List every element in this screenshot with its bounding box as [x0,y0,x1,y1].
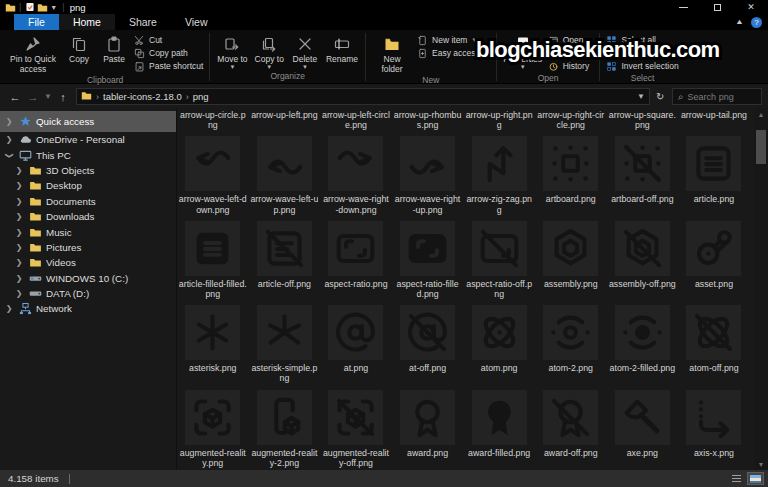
file-thumbnail[interactable] [400,221,455,276]
chevron-right-icon[interactable]: ❯ [14,258,24,267]
qat-customize-chevron-icon[interactable]: ▼ [50,4,57,11]
file-thumbnail[interactable] [472,221,527,276]
file-thumbnail[interactable] [615,390,670,445]
chevron-right-icon[interactable]: ❯ [4,304,14,313]
rename-button[interactable]: Rename [323,33,361,70]
sidebar-item-downloads[interactable]: ❯Downloads [0,209,176,224]
file-thumbnail[interactable] [257,390,312,445]
file-item[interactable]: atom-2-filled.png [607,299,679,383]
file-thumbnail[interactable] [686,390,741,445]
search-box[interactable]: ⌕ Search png [672,88,762,105]
file-item[interactable]: award-filled.png [463,384,535,468]
sidebar-item-this-pc[interactable]: ❯This PC [0,147,176,162]
file-thumbnail[interactable] [543,305,598,360]
file-item[interactable]: arrow-up-tail.png [678,110,750,130]
collapse-ribbon-icon[interactable]: ▲ [735,18,744,26]
file-item[interactable]: arrow-wave-left-down.png [177,130,249,214]
file-item[interactable]: aspect-ratio-filled.png [392,215,464,299]
close-button[interactable]: ✕ [734,0,768,14]
file-thumbnail[interactable] [328,221,383,276]
scroll-down-icon[interactable]: ▼ [754,458,768,470]
sidebar-item-videos[interactable]: ❯Videos [0,255,176,270]
file-item[interactable]: artboard.png [535,130,607,214]
file-thumbnail[interactable] [257,136,312,191]
chevron-right-icon[interactable]: ❯ [14,243,24,252]
file-thumbnail[interactable] [543,136,598,191]
vertical-scrollbar[interactable]: ▲ ▼ [754,108,768,470]
qat-properties-icon[interactable] [24,1,36,13]
address-field[interactable]: ›tabler-icons-2.18.0›png ▼ [76,88,650,105]
tab-share[interactable]: Share [115,14,171,30]
file-thumbnail[interactable] [328,390,383,445]
file-item[interactable]: augmented-reality.png [177,384,249,468]
tab-home[interactable]: Home [59,14,115,30]
file-thumbnail[interactable] [185,305,240,360]
file-thumbnail[interactable] [257,221,312,276]
paste-button[interactable]: Paste [97,33,131,74]
file-item[interactable]: assembly-off.png [607,215,679,299]
sidebar-item-music[interactable]: ❯Music [0,224,176,239]
thumbnail-view-button[interactable] [747,472,764,485]
file-item[interactable]: asterisk-simple.png [249,299,321,383]
paste-shortcut-button[interactable]: Paste shortcut [132,60,205,72]
chevron-right-icon[interactable]: ❯ [14,181,24,190]
sidebar-item-desktop[interactable]: ❯Desktop [0,178,176,193]
details-view-button[interactable] [728,472,745,485]
file-thumbnail[interactable] [185,390,240,445]
delete-button[interactable]: Delete▼ [288,33,322,70]
chevron-right-icon[interactable]: ❯ [14,289,24,298]
sidebar-item-3d-objects[interactable]: ❯3D Objects [0,163,176,178]
file-item[interactable]: assembly.png [535,215,607,299]
sidebar-item-pictures[interactable]: ❯Pictures [0,240,176,255]
refresh-icon[interactable]: ↻ [650,90,668,103]
qat-new-folder-icon[interactable] [36,1,48,13]
file-item[interactable]: arrow-up-left.png [249,110,321,130]
file-thumbnail[interactable] [615,136,670,191]
file-thumbnail[interactable] [543,390,598,445]
file-thumbnail[interactable] [686,305,741,360]
sidebar-item-quick-access[interactable]: ❯Quick access [0,111,176,132]
file-thumbnail[interactable] [185,136,240,191]
recent-locations-chevron-icon[interactable]: ▼ [42,92,54,101]
file-item[interactable]: asset.png [678,215,750,299]
address-dropdown-chevron-icon[interactable]: ▼ [637,92,645,101]
tab-view[interactable]: View [171,14,222,30]
file-item[interactable]: article.png [678,130,750,214]
sidebar-item-network[interactable]: ❯Network [0,301,176,316]
up-button[interactable]: ↑ [54,91,72,103]
sidebar-item-onedrive-personal[interactable]: ❯OneDrive - Personal [0,132,176,147]
file-item[interactable]: arrow-zig-zag.png [463,130,535,214]
file-item[interactable]: axe.png [607,384,679,468]
file-item[interactable]: at-off.png [392,299,464,383]
file-item[interactable]: article-off.png [249,215,321,299]
file-thumbnail[interactable] [328,136,383,191]
chevron-right-icon[interactable]: ❯ [14,166,24,175]
copy-to-button[interactable]: Copy to▼ [252,33,287,70]
file-item[interactable]: arrow-up-circle.png [177,110,249,130]
file-item[interactable]: arrow-wave-right-up.png [392,130,464,214]
chevron-right-icon[interactable]: ❯ [4,117,14,126]
file-item[interactable]: artboard-off.png [607,130,679,214]
scrollbar-thumb[interactable] [756,130,766,164]
chevron-right-icon[interactable]: ❯ [14,197,24,206]
file-item[interactable]: atom-2.png [535,299,607,383]
crumb-png[interactable]: png [193,91,209,102]
help-icon[interactable]: ? [751,17,762,28]
file-item[interactable]: atom-off.png [678,299,750,383]
forward-button[interactable]: → [24,91,42,103]
file-thumbnail[interactable] [472,136,527,191]
file-item[interactable]: arrow-up-square.png [607,110,679,130]
file-item[interactable]: augmented-reality-off.png [320,384,392,468]
file-thumbnail[interactable] [615,305,670,360]
file-item[interactable]: at.png [320,299,392,383]
file-thumbnail[interactable] [686,136,741,191]
file-thumbnail[interactable] [686,221,741,276]
crumb-tabler-icons-2.18.0[interactable]: tabler-icons-2.18.0 [103,91,182,102]
file-thumbnail[interactable] [543,221,598,276]
copy-button[interactable]: Copy [62,33,96,74]
file-thumbnail[interactable] [185,221,240,276]
maximize-button[interactable] [700,0,734,14]
file-thumbnail[interactable] [328,305,383,360]
scroll-up-icon[interactable]: ▲ [754,108,768,120]
sidebar-item-documents[interactable]: ❯Documents [0,194,176,209]
